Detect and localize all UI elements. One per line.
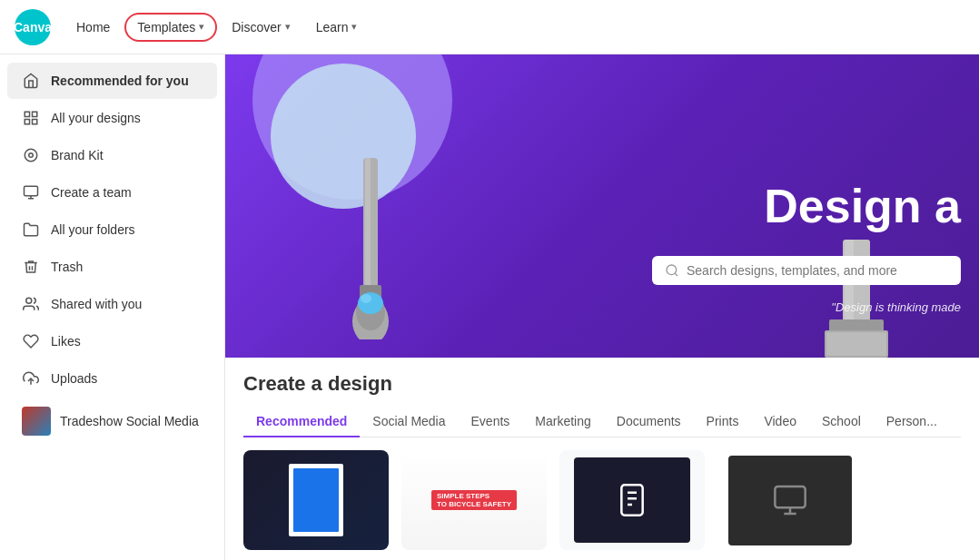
nav-discover[interactable]: Discover ▾	[221, 15, 301, 40]
card-1-screen	[293, 468, 339, 532]
main-layout: Recommended for you All your designs Bra…	[0, 54, 979, 560]
sidebar-item-brand-kit[interactable]: Brand Kit	[7, 137, 217, 173]
tradeshow-thumbnail	[22, 407, 51, 436]
search-icon	[665, 263, 679, 278]
card-2-content: SIMPLE STEPSTO BICYCLE SAFETY	[401, 450, 547, 550]
sidebar-item-trash[interactable]: Trash	[7, 249, 217, 285]
svg-rect-12	[365, 158, 371, 294]
svg-rect-29	[775, 486, 805, 507]
design-tabs: Recommended Social Media Events Marketin…	[243, 407, 961, 437]
header: Canva Home Templates ▾ Discover ▾ Learn …	[0, 0, 979, 54]
sidebar-item-create-team[interactable]: Create a team	[7, 174, 217, 211]
svg-point-16	[358, 292, 383, 314]
svg-point-23	[667, 265, 677, 275]
tab-personal[interactable]: Person...	[874, 407, 950, 437]
tab-social-media[interactable]: Social Media	[360, 407, 458, 437]
card-2-badge: SIMPLE STEPSTO BICYCLE SAFETY	[431, 490, 517, 510]
sidebar-item-recommended[interactable]: Recommended for you	[7, 63, 217, 99]
chevron-down-icon: ▾	[199, 21, 204, 33]
content-area: Design a "Design is thinking made Create…	[225, 54, 979, 560]
nav-home[interactable]: Home	[65, 15, 121, 40]
card-1-inner	[289, 464, 343, 536]
hero-quote: "Design is thinking made	[831, 300, 961, 314]
tab-recommended[interactable]: Recommended	[243, 407, 360, 437]
design-section: Create a design Recommended Social Media…	[225, 358, 979, 560]
svg-rect-2	[25, 120, 29, 124]
heart-icon	[22, 332, 40, 350]
nav-learn[interactable]: Learn ▾	[305, 15, 369, 40]
design-card-3[interactable]	[559, 450, 705, 550]
tab-documents[interactable]: Documents	[604, 407, 694, 437]
tab-marketing[interactable]: Marketing	[522, 407, 603, 437]
design-card-2[interactable]: SIMPLE STEPSTO BICYCLE SAFETY	[401, 450, 547, 550]
team-icon	[22, 183, 40, 201]
nav-templates[interactable]: Templates ▾	[124, 13, 217, 42]
svg-point-5	[29, 153, 34, 158]
svg-rect-1	[33, 112, 37, 116]
upload-icon	[22, 369, 40, 388]
tab-school[interactable]: School	[809, 407, 874, 437]
home-icon	[22, 72, 40, 90]
tab-video[interactable]: Video	[751, 407, 809, 437]
grid-icon	[22, 109, 40, 127]
svg-rect-0	[25, 112, 29, 116]
svg-point-9	[26, 298, 32, 303]
hero-title: Design a	[764, 179, 979, 233]
card-4-inner	[728, 456, 852, 545]
sidebar: Recommended for you All your designs Bra…	[0, 54, 225, 560]
main-nav: Home Templates ▾ Discover ▾ Learn ▾	[65, 13, 368, 42]
search-input[interactable]	[687, 263, 948, 278]
section-title: Create a design	[243, 372, 961, 396]
design-cards-row: SIMPLE STEPSTO BICYCLE SAFETY	[243, 450, 961, 550]
hero-search-bar[interactable]	[652, 256, 961, 285]
sidebar-item-uploads[interactable]: Uploads	[7, 360, 217, 397]
folder-icon	[22, 221, 40, 239]
hero-banner: Design a "Design is thinking made	[225, 54, 979, 358]
svg-rect-22	[826, 332, 886, 356]
trash-icon	[22, 258, 40, 276]
chevron-down-icon: ▾	[351, 21, 357, 33]
sidebar-item-likes[interactable]: Likes	[7, 323, 217, 359]
sidebar-item-tradeshow[interactable]: Tradeshow Social Media	[7, 398, 217, 445]
sidebar-item-all-folders[interactable]: All your folders	[7, 211, 217, 248]
svg-rect-3	[33, 120, 37, 124]
sidebar-item-shared[interactable]: Shared with you	[7, 286, 217, 322]
svg-rect-25	[621, 485, 642, 515]
svg-rect-6	[25, 186, 38, 196]
canva-logo[interactable]: Canva	[15, 9, 51, 45]
svg-rect-20	[829, 319, 884, 332]
brand-icon	[22, 146, 40, 164]
tab-events[interactable]: Events	[459, 407, 523, 437]
shared-icon	[22, 295, 40, 313]
tab-prints[interactable]: Prints	[694, 407, 752, 437]
hero-brush-illustration	[316, 113, 425, 339]
sidebar-item-all-designs[interactable]: All your designs	[7, 100, 217, 136]
design-card-1[interactable]	[243, 450, 389, 550]
svg-point-17	[361, 294, 371, 303]
design-card-4[interactable]	[717, 450, 863, 550]
svg-line-24	[675, 273, 677, 276]
svg-point-4	[25, 149, 37, 162]
card-3-inner	[574, 457, 690, 543]
chevron-down-icon: ▾	[285, 21, 291, 33]
